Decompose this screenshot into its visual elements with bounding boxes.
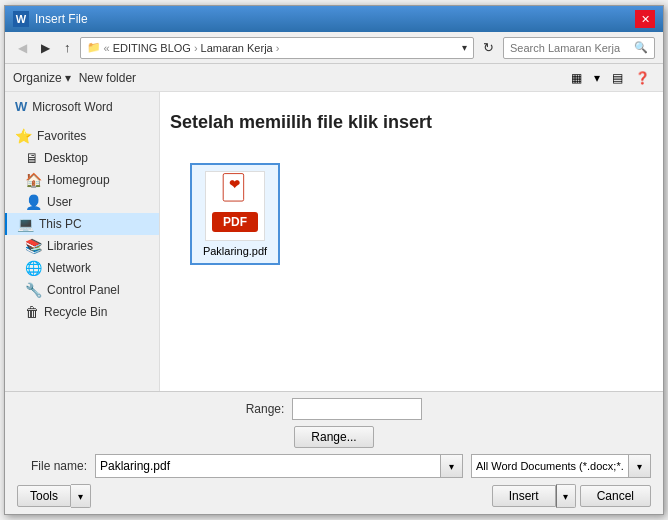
filename-dropdown-button[interactable]: ▾ bbox=[440, 455, 462, 477]
insert-button[interactable]: Insert bbox=[492, 485, 556, 507]
breadcrumb-part2: EDITING BLOG bbox=[113, 42, 191, 54]
sidebar-label-user: User bbox=[47, 195, 72, 209]
sidebar-sep-1 bbox=[5, 117, 159, 125]
view-preview-button[interactable]: ▤ bbox=[607, 68, 628, 88]
breadcrumb-part3: Lamaran Kerja bbox=[201, 42, 273, 54]
close-button[interactable]: ✕ bbox=[635, 10, 655, 28]
desktop-icon: 🖥 bbox=[25, 150, 39, 166]
svg-text:❤: ❤ bbox=[230, 178, 241, 192]
user-icon: 👤 bbox=[25, 194, 42, 210]
view-help-button[interactable]: ❓ bbox=[630, 68, 655, 88]
pdf-icon: ❤ PDF bbox=[205, 171, 265, 241]
word-icon: W bbox=[13, 11, 29, 27]
title-bar: W Insert File ✕ bbox=[5, 6, 663, 32]
sidebar-label-this-pc: This PC bbox=[39, 217, 82, 231]
sidebar-item-this-pc[interactable]: 💻 This PC bbox=[5, 213, 159, 235]
up-button[interactable]: ↑ bbox=[59, 37, 76, 58]
libraries-icon: 📚 bbox=[25, 238, 42, 254]
view-details-button[interactable]: ▦ bbox=[566, 68, 587, 88]
sidebar-label-recycle-bin: Recycle Bin bbox=[44, 305, 107, 319]
sidebar-label-libraries: Libraries bbox=[47, 239, 93, 253]
sidebar-item-favorites[interactable]: ⭐ Favorites bbox=[5, 125, 159, 147]
sidebar-label-favorites: Favorites bbox=[37, 129, 86, 143]
new-folder-label: New folder bbox=[79, 71, 136, 85]
new-folder-button[interactable]: New folder bbox=[79, 71, 136, 85]
homegroup-icon: 🏠 bbox=[25, 172, 42, 188]
sidebar-item-desktop[interactable]: 🖥 Desktop bbox=[5, 147, 159, 169]
sidebar-label-control-panel: Control Panel bbox=[47, 283, 120, 297]
view-dropdown-button[interactable]: ▾ bbox=[589, 68, 605, 88]
tools-btn-wrap: Tools ▾ bbox=[17, 484, 91, 508]
range-label: Range: bbox=[246, 402, 285, 416]
content-area: W Microsoft Word ⭐ Favorites 🖥 Desktop 🏠… bbox=[5, 92, 663, 391]
filetype-wrap: All Word Documents (*.docx;*. ▾ bbox=[471, 454, 651, 478]
control-panel-icon: 🔧 bbox=[25, 282, 42, 298]
pdf-text-svg: PDF bbox=[210, 207, 260, 237]
sidebar-item-microsoft-word[interactable]: W Microsoft Word bbox=[5, 96, 159, 117]
word-app-icon: W bbox=[15, 99, 27, 114]
tools-dropdown-button[interactable]: ▾ bbox=[71, 484, 91, 508]
sidebar-label-network: Network bbox=[47, 261, 91, 275]
action-row: Tools ▾ Insert ▾ Cancel bbox=[17, 484, 651, 508]
filetype-dropdown-button[interactable]: ▾ bbox=[628, 455, 650, 477]
search-box: 🔍 bbox=[503, 37, 655, 59]
nav-toolbar: ◀ ▶ ↑ 📁 « EDITING BLOG › Lamaran Kerja ›… bbox=[5, 32, 663, 64]
view-icons: ▦ ▾ ▤ ❓ bbox=[566, 68, 655, 88]
breadcrumb[interactable]: 📁 « EDITING BLOG › Lamaran Kerja › ▾ bbox=[80, 37, 475, 59]
sidebar-item-recycle-bin[interactable]: 🗑 Recycle Bin bbox=[5, 301, 159, 323]
search-input[interactable] bbox=[510, 42, 630, 54]
range-input[interactable] bbox=[292, 398, 422, 420]
window-title: Insert File bbox=[35, 12, 88, 26]
sidebar-label-desktop: Desktop bbox=[44, 151, 88, 165]
pdf-symbol-svg: ❤ bbox=[215, 172, 255, 205]
file-item-paklaring[interactable]: ❤ PDF Paklaring.pdf bbox=[190, 163, 280, 265]
organize-label: Organize bbox=[13, 71, 62, 85]
network-icon: 🌐 bbox=[25, 260, 42, 276]
organize-toolbar: Organize ▾ New folder ▦ ▾ ▤ ❓ bbox=[5, 64, 663, 92]
breadcrumb-chevron: ▾ bbox=[462, 42, 467, 53]
filename-row: File name: ▾ All Word Documents (*.docx;… bbox=[17, 454, 651, 478]
insert-btn-wrap: Insert ▾ bbox=[492, 484, 576, 508]
filename-input[interactable] bbox=[96, 457, 440, 475]
filename-label: File name: bbox=[17, 459, 87, 473]
range-row: Range: bbox=[17, 398, 651, 420]
dialog-window: W Insert File ✕ ◀ ▶ ↑ 📁 « EDITING BLOG ›… bbox=[4, 5, 664, 515]
organize-button[interactable]: Organize ▾ bbox=[13, 71, 71, 85]
sidebar-item-user[interactable]: 👤 User bbox=[5, 191, 159, 213]
back-button[interactable]: ◀ bbox=[13, 38, 32, 58]
sidebar-item-libraries[interactable]: 📚 Libraries bbox=[5, 235, 159, 257]
organize-chevron-icon: ▾ bbox=[65, 71, 71, 85]
range-button[interactable]: Range... bbox=[294, 426, 373, 448]
sidebar-item-homegroup[interactable]: 🏠 Homegroup bbox=[5, 169, 159, 191]
favorites-icon: ⭐ bbox=[15, 128, 32, 144]
sidebar-label-microsoft-word: Microsoft Word bbox=[32, 100, 112, 114]
bottom-bar: Range: Range... File name: ▾ All Word Do… bbox=[5, 391, 663, 514]
forward-button[interactable]: ▶ bbox=[36, 38, 55, 58]
svg-text:PDF: PDF bbox=[223, 215, 247, 229]
main-pane: Setelah memiilih file klik insert ❤ bbox=[160, 92, 663, 391]
range-btn-row: Range... bbox=[17, 426, 651, 448]
tools-button[interactable]: Tools bbox=[17, 485, 71, 507]
search-icon: 🔍 bbox=[634, 41, 648, 54]
title-bar-left: W Insert File bbox=[13, 11, 88, 27]
insert-dropdown-button[interactable]: ▾ bbox=[556, 484, 576, 508]
file-name: Paklaring.pdf bbox=[203, 245, 267, 257]
refresh-button[interactable]: ↻ bbox=[478, 37, 499, 58]
sidebar-item-control-panel[interactable]: 🔧 Control Panel bbox=[5, 279, 159, 301]
this-pc-icon: 💻 bbox=[17, 216, 34, 232]
filetype-text: All Word Documents (*.docx;*. bbox=[472, 458, 628, 474]
recycle-bin-icon: 🗑 bbox=[25, 304, 39, 320]
filename-input-wrap: ▾ bbox=[95, 454, 463, 478]
instruction-text: Setelah memiilih file klik insert bbox=[170, 112, 653, 133]
sidebar-label-homegroup: Homegroup bbox=[47, 173, 110, 187]
breadcrumb-icon: 📁 bbox=[87, 41, 101, 54]
sidebar-item-network[interactable]: 🌐 Network bbox=[5, 257, 159, 279]
sidebar: W Microsoft Word ⭐ Favorites 🖥 Desktop 🏠… bbox=[5, 92, 160, 391]
cancel-button[interactable]: Cancel bbox=[580, 485, 651, 507]
